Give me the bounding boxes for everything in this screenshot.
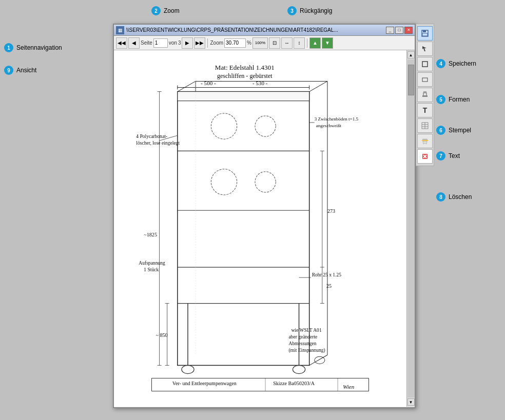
- svg-rect-7: [178, 92, 309, 366]
- svg-rect-68: [423, 30, 426, 32]
- stempel-callout: 6 Stempel: [436, 126, 471, 135]
- scrollbar-vertical[interactable]: ▲ ▼: [406, 50, 415, 407]
- ansicht-callout: 9 Ansicht: [4, 66, 36, 75]
- page-total: 3: [178, 40, 181, 46]
- svg-text:geschliffen - gebürstet: geschliffen - gebürstet: [217, 72, 273, 79]
- svg-text:3 Zwischenböden t=1.5: 3 Zwischenböden t=1.5: [315, 116, 359, 122]
- text-callout: 7 Text: [436, 151, 460, 161]
- svg-text:Mat: Edelstahl 1.4301: Mat: Edelstahl 1.4301: [215, 64, 275, 71]
- maximize-button[interactable]: □: [395, 27, 403, 34]
- svg-text:Abmessungen: Abmessungen: [288, 341, 316, 346]
- save-tool-button[interactable]: [417, 26, 433, 41]
- svg-text:4 Polycarbonat-: 4 Polycarbonat-: [136, 133, 167, 139]
- text-label: Text: [449, 152, 460, 159]
- drawing-area[interactable]: Mat: Edelstahl 1.4301 geschliffen - gebü…: [114, 50, 406, 407]
- save-icon: [421, 29, 429, 37]
- title-bar: ▦ \\SERVER03\ENTWICKLUNG\CRPS_PRÄSENTATI…: [114, 25, 415, 36]
- scroll-thumb[interactable]: [408, 65, 414, 95]
- svg-point-23: [293, 365, 305, 373]
- prev-page-button[interactable]: ◀: [128, 37, 140, 49]
- separator-2: [307, 38, 307, 48]
- svg-text:löscher, lose eingelegt: löscher, lose eingelegt: [136, 140, 180, 146]
- drawing-svg: Mat: Edelstahl 1.4301 geschliffen - gebü…: [114, 50, 406, 407]
- page-input[interactable]: [153, 38, 168, 48]
- rect-tool-button[interactable]: [417, 72, 433, 87]
- svg-rect-79: [422, 140, 428, 141]
- formen-number: 5: [436, 95, 445, 104]
- svg-text:Rohr 25 x 1.25: Rohr 25 x 1.25: [312, 272, 342, 277]
- stamp-tool-button[interactable]: [417, 88, 433, 102]
- svg-text:Ver- und Entleerpumpenwagen: Ver- und Entleerpumpenwagen: [172, 381, 237, 386]
- svg-point-28: [255, 172, 276, 192]
- zoom-callout: 2 Zoom: [151, 6, 180, 15]
- window-controls: _ □ ✕: [386, 27, 413, 34]
- arrow-icon: [421, 45, 429, 52]
- delete-icon: [421, 153, 429, 160]
- select-rect-button[interactable]: [417, 57, 433, 71]
- zoom-fit-button[interactable]: ⊡: [269, 37, 280, 49]
- rueckgaengig-callout-label: Rückgängig: [300, 7, 332, 14]
- svg-point-27: [211, 169, 237, 195]
- svg-text:aber geänderte: aber geänderte: [288, 334, 317, 339]
- scroll-up-button[interactable]: ▲: [407, 51, 415, 58]
- stamp-icon: [421, 91, 429, 98]
- nav-down-button[interactable]: ▼: [322, 37, 333, 49]
- table-icon: [421, 122, 429, 129]
- scroll-down-button[interactable]: ▼: [407, 398, 415, 406]
- svg-rect-70: [422, 62, 428, 67]
- seitennavigation-number: 1: [4, 43, 13, 52]
- thin-rect-icon: [421, 76, 429, 83]
- speichern-number: 4: [436, 59, 445, 68]
- svg-text:wie WSLT A01: wie WSLT A01: [291, 327, 321, 333]
- text-tool-button[interactable]: T: [417, 103, 433, 117]
- text-number: 7: [436, 151, 445, 161]
- svg-rect-69: [422, 33, 428, 36]
- seitennavigation-label: Seitennavigation: [16, 44, 62, 51]
- highlight-icon: [421, 137, 429, 145]
- svg-text:Aufspannung: Aufspannung: [139, 260, 165, 266]
- zoom-height-button[interactable]: ↕: [294, 37, 305, 49]
- scroll-track[interactable]: [407, 59, 415, 397]
- svg-point-26: [255, 116, 276, 136]
- seitennavigation-callout: 1 Seitennavigation: [4, 43, 62, 52]
- svg-text:273: 273: [327, 208, 335, 214]
- right-toolbar: T: [416, 24, 434, 166]
- first-page-button[interactable]: ◀◀: [116, 37, 127, 49]
- rueckgaengig-callout: 3 Rückgängig: [287, 6, 332, 15]
- minimize-button[interactable]: _: [386, 27, 394, 34]
- last-page-button[interactable]: ▶▶: [194, 37, 205, 49]
- nav-up-button[interactable]: ▲: [309, 37, 321, 49]
- svg-text:Wien: Wien: [343, 384, 355, 390]
- svg-text:~1825: ~1825: [144, 232, 157, 237]
- zoom-percent: %: [247, 40, 251, 46]
- zoom-width-button[interactable]: ↔: [281, 37, 293, 49]
- zoom-input[interactable]: [224, 38, 246, 48]
- zoom-callout-label: Zoom: [164, 7, 180, 14]
- highlight-tool-button[interactable]: [417, 134, 433, 148]
- ansicht-number: 9: [4, 66, 13, 75]
- close-button[interactable]: ✕: [404, 27, 413, 34]
- next-page-button[interactable]: ▶: [182, 37, 193, 49]
- content-area: Mat: Edelstahl 1.4301 geschliffen - gebü…: [114, 50, 415, 407]
- svg-text:1 Stück: 1 Stück: [144, 267, 159, 272]
- arrow-tool-button[interactable]: [417, 42, 433, 56]
- ansicht-label: Ansicht: [16, 67, 36, 74]
- table-tool-button[interactable]: [417, 118, 433, 133]
- page-separator: von: [169, 40, 177, 46]
- svg-text:(mit Einspannung): (mit Einspannung): [288, 347, 325, 353]
- svg-line-14: [309, 81, 327, 91]
- zoom-100-button[interactable]: 100%: [252, 37, 268, 49]
- toolbar: ◀◀ ◀ Seite von 3 ▶ ▶▶ Zoom % 100% ⊡ ↔ ↕ …: [114, 36, 415, 50]
- rueckgaengig-callout-number: 3: [287, 6, 297, 15]
- delete-tool-button[interactable]: [417, 149, 433, 164]
- speichern-callout: 4 Speichern: [436, 59, 476, 68]
- main-window: ▦ \\SERVER03\ENTWICKLUNG\CRPS_PRÄSENTATI…: [113, 24, 416, 408]
- zoom-callout-number: 2: [151, 6, 161, 15]
- window-icon: ▦: [116, 26, 124, 34]
- svg-rect-80: [422, 139, 428, 139]
- loeschen-callout: 8 Löschen: [436, 192, 472, 202]
- page-label: Seite: [141, 40, 152, 46]
- svg-text:Skizze Ba050203/A: Skizze Ba050203/A: [273, 381, 315, 386]
- svg-point-24: [315, 356, 325, 364]
- stempel-label: Stempel: [449, 127, 471, 134]
